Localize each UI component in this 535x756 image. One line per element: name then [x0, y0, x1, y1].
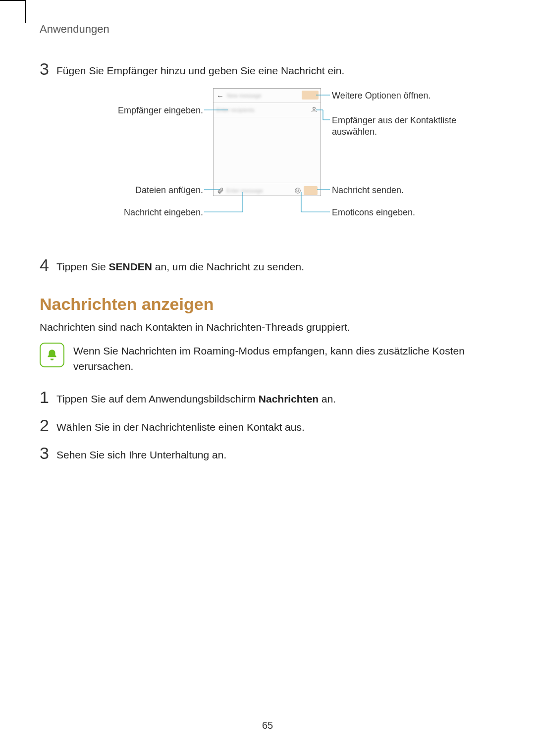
note-row: Wenn Sie Nachrichten im Roaming-Modus em…: [40, 343, 495, 374]
corner-decoration-v: [25, 0, 26, 23]
step-text: Fügen Sie Empfänger hinzu und geben Sie …: [56, 60, 344, 78]
bell-icon: [40, 343, 64, 367]
svg-point-1: [295, 188, 301, 194]
callout-message: Nachricht eingeben.: [79, 207, 203, 218]
phone-body: [214, 117, 321, 183]
page: Anwendungen 3 Fügen Sie Empfänger hinzu …: [0, 0, 535, 756]
send-button[interactable]: [304, 186, 318, 195]
input-hint-blur: Enter message: [226, 188, 294, 194]
text: Tippen Sie auf dem Anwendungsbildschirm: [56, 393, 259, 404]
text: Tippen Sie: [56, 261, 108, 272]
text: an.: [319, 393, 336, 404]
callout-attach: Dateien anfügen.: [79, 185, 203, 196]
callout-emoji: Emoticons eingeben.: [332, 207, 461, 218]
text: an, um die Nachricht zu senden.: [152, 261, 304, 272]
recipient-row: Enter recipients: [214, 103, 321, 117]
corner-decoration-h: [0, 0, 25, 1]
header-title-blur: New message: [227, 93, 262, 99]
bold: Nachrichten: [259, 393, 319, 404]
svg-point-0: [313, 107, 316, 110]
section-intro: Nachrichten sind nach Kontakten in Nachr…: [40, 320, 495, 335]
bold: SENDEN: [108, 261, 152, 272]
phone-header: ← New message: [214, 89, 321, 103]
message-diagram: Empfänger eingeben. Dateien anfügen. Nac…: [79, 88, 456, 237]
step-number: 4: [40, 256, 56, 273]
list-step-2: 2 Wählen Sie in der Nachrichtenliste ein…: [40, 417, 495, 435]
step-number: 3: [40, 445, 56, 461]
callout-more: Weitere Optionen öffnen.: [332, 90, 461, 101]
emoji-icon[interactable]: [294, 187, 302, 195]
note-text: Wenn Sie Nachrichten im Roaming-Modus em…: [73, 343, 495, 374]
svg-point-3: [298, 190, 299, 191]
callout-contacts: Empfänger aus der Kontaktliste auswählen…: [332, 115, 461, 137]
step-number: 2: [40, 417, 56, 434]
recipient-hint-blur: Enter recipients: [216, 107, 254, 113]
page-number: 65: [0, 720, 535, 731]
contacts-icon[interactable]: [311, 106, 318, 113]
step-text: Tippen Sie auf dem Anwendungsbildschirm …: [56, 389, 336, 406]
step-text: Wählen Sie in der Nachrichtenliste einen…: [56, 417, 305, 435]
list-step-3: 3 Sehen Sie sich Ihre Unterhaltung an.: [40, 445, 495, 462]
step-3: 3 Fügen Sie Empfänger hinzu und geben Si…: [40, 60, 495, 78]
svg-point-2: [297, 190, 297, 191]
attach-icon[interactable]: [216, 187, 224, 195]
breadcrumb: Anwendungen: [40, 23, 495, 36]
phone-mock: ← New message Enter recipients: [213, 88, 321, 196]
callout-send: Nachricht senden.: [332, 185, 461, 196]
step-text: Sehen Sie sich Ihre Unterhaltung an.: [56, 445, 226, 462]
step-number: 3: [40, 60, 56, 77]
more-button[interactable]: [302, 91, 319, 100]
list-step-1: 1 Tippen Sie auf dem Anwendungsbildschir…: [40, 389, 495, 406]
section-title: Nachrichten anzeigen: [40, 295, 495, 314]
callout-recipient: Empfänger eingeben.: [79, 105, 203, 116]
step-4: 4 Tippen Sie SENDEN an, um die Nachricht…: [40, 256, 495, 274]
phone-input-row: Enter message: [214, 183, 321, 198]
step-number: 1: [40, 389, 56, 405]
back-icon[interactable]: ←: [216, 92, 224, 100]
step-text: Tippen Sie SENDEN an, um die Nachricht z…: [56, 256, 304, 274]
